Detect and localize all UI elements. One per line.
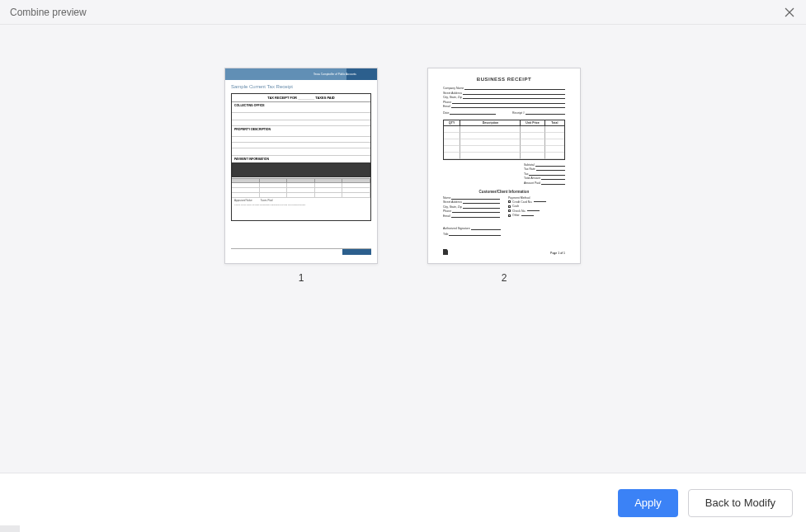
thumbnail-label: 1 xyxy=(299,272,304,284)
page-thumbnail-1: Texas Comptroller of Public Accounts Sam… xyxy=(224,68,378,284)
doc1-footer-bar xyxy=(342,249,371,255)
doc1-row xyxy=(232,137,370,143)
doc1-row xyxy=(232,148,370,156)
resize-grip xyxy=(0,525,20,532)
doc2-items-table: QTY Description Unit Price Total xyxy=(443,120,565,160)
doc1-row xyxy=(232,107,370,113)
header-bar: Combine preview xyxy=(0,0,806,25)
doc1-dark-box xyxy=(232,162,370,177)
doc1-row xyxy=(232,113,370,120)
apply-button[interactable]: Apply xyxy=(618,489,678,517)
thumbnail-page[interactable]: Texas Comptroller of Public Accounts Sam… xyxy=(224,68,378,264)
doc1-title: Sample Current Tax Receipt xyxy=(225,80,377,92)
thumbnail-label: 2 xyxy=(502,272,507,284)
doc1-form: TAX RECEIPT FOR _________ TAXES PAID COL… xyxy=(231,93,371,221)
doc1-footer-line xyxy=(231,248,371,249)
doc2-totals: Subtotal Tax Rate Tax Total Amount Amoun… xyxy=(524,163,565,185)
window-title: Combine preview xyxy=(10,7,87,18)
close-icon xyxy=(785,7,794,17)
document-icon xyxy=(443,249,448,255)
thumbnail-list: Texas Comptroller of Public Accounts Sam… xyxy=(0,25,806,284)
doc2-inner: BUSINESS RECEIPT Company Name Street Add… xyxy=(428,68,580,246)
thumbnail-page[interactable]: BUSINESS RECEIPT Company Name Street Add… xyxy=(427,68,581,264)
back-to-modify-button[interactable]: Back to Modify xyxy=(688,489,793,517)
preview-area: Texas Comptroller of Public Accounts Sam… xyxy=(0,25,806,473)
doc1-row xyxy=(232,143,370,148)
doc1-form-head: TAX RECEIPT FOR _________ TAXES PAID xyxy=(232,94,370,102)
close-button[interactable] xyxy=(783,6,796,19)
doc1-header-text: Texas Comptroller of Public Accounts xyxy=(313,73,356,76)
doc1-fine-print: Lorem ipsum dolor sit amet consectetur a… xyxy=(232,203,370,207)
page-thumbnail-2: BUSINESS RECEIPT Company Name Street Add… xyxy=(427,68,581,284)
doc1-header: Texas Comptroller of Public Accounts xyxy=(225,68,377,80)
doc1-table xyxy=(232,178,370,198)
doc2-page-number: Page 1 of 1 xyxy=(550,252,565,255)
doc2-title: BUSINESS RECEIPT xyxy=(443,77,565,82)
doc2-customer-title: Customer/Client Information xyxy=(443,190,565,194)
doc1-row xyxy=(232,131,370,137)
doc1-section-payment: PAYMENT INFORMATION xyxy=(232,156,370,161)
footer-bar: Apply Back to Modify xyxy=(0,473,806,532)
doc1-row xyxy=(232,120,370,126)
